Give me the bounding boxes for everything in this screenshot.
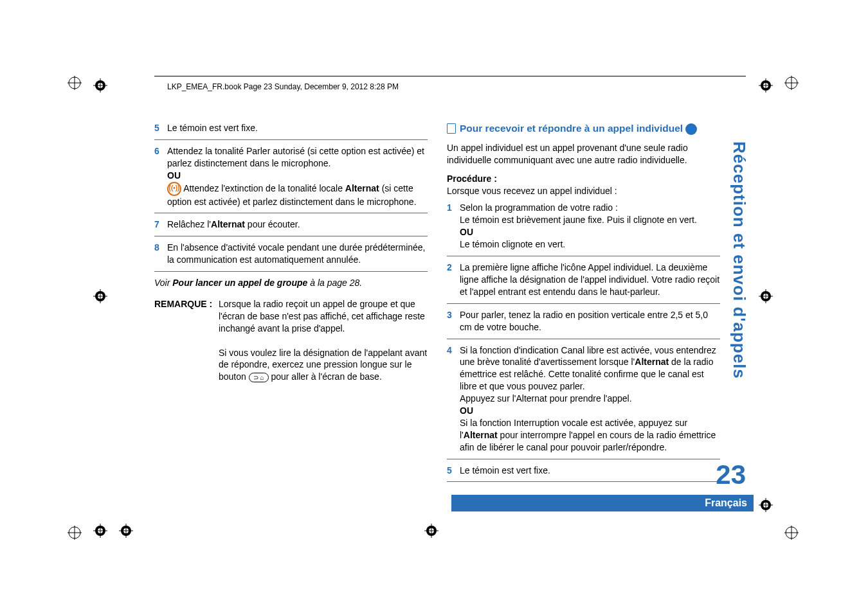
step-number: 5 bbox=[154, 122, 167, 134]
text: Attendez la tonalité Parler autorisé (si… bbox=[167, 146, 424, 168]
text: pour écouter. bbox=[245, 219, 300, 229]
step-number: 7 bbox=[154, 218, 167, 231]
antenna-icon: ((•)) bbox=[167, 182, 181, 196]
intro-text: Un appel individuel est un appel provena… bbox=[447, 142, 720, 166]
procedure-sub: Lorsque vous recevez un appel individuel… bbox=[447, 185, 720, 197]
remarque-block: REMARQUE : Lorsque la radio reçoit un ap… bbox=[154, 298, 428, 383]
registration-mark-icon bbox=[93, 289, 107, 303]
text: Selon la programmation de votre radio : bbox=[460, 202, 618, 213]
header-rule bbox=[154, 76, 746, 76]
step-4: 4 Si la fonction d'indication Canal libr… bbox=[447, 344, 720, 454]
step-5: 5 Le témoin est vert fixe. bbox=[154, 122, 428, 134]
step-3: 3 Pour parler, tenez la radio en positio… bbox=[447, 309, 720, 333]
registration-mark-icon bbox=[119, 524, 133, 538]
step-8: 8 En l'absence d'activité vocale pendant… bbox=[154, 242, 428, 266]
or-label: OU bbox=[167, 170, 181, 181]
step-number: 3 bbox=[447, 309, 460, 333]
language-bar: Français bbox=[451, 495, 754, 511]
remarque-label: REMARQUE : bbox=[154, 298, 219, 310]
text: Relâchez l' bbox=[167, 219, 211, 229]
divider bbox=[447, 339, 720, 339]
registration-mark-icon bbox=[759, 78, 773, 93]
text: Lorsque la radio reçoit un appel de grou… bbox=[219, 298, 428, 335]
step-text: Attendez la tonalité Parler autorisé (si… bbox=[167, 145, 428, 208]
step-number: 2 bbox=[447, 262, 460, 298]
step-number: 1 bbox=[447, 202, 460, 251]
step-number: 5 bbox=[447, 465, 460, 477]
bold-text: Alternat bbox=[211, 219, 245, 229]
divider bbox=[447, 481, 720, 482]
text: pour aller à l'écran de base. bbox=[269, 371, 382, 382]
divider bbox=[154, 271, 428, 272]
content-area: 5 Le témoin est vert fixe. 6 Attendez la… bbox=[154, 122, 720, 487]
text: Le témoin clignote en vert. bbox=[460, 239, 565, 249]
page-header: LKP_EMEA_FR.book Page 23 Sunday, Decembe… bbox=[167, 82, 399, 91]
divider bbox=[447, 303, 720, 304]
registration-mark-icon bbox=[93, 78, 107, 93]
or-label: OU bbox=[460, 227, 473, 237]
step-text: La première ligne affiche l'icône Appel … bbox=[460, 262, 720, 298]
remarque-body: Lorsque la radio reçoit un appel de grou… bbox=[219, 298, 428, 383]
text: Appuyez sur l'Alternat pour prendre l'ap… bbox=[460, 393, 632, 404]
step-text: Le témoin est vert fixe. bbox=[460, 465, 720, 477]
right-column: Pour recevoir et répondre à un appel ind… bbox=[447, 122, 720, 487]
procedure-label: Procédure : bbox=[447, 173, 720, 185]
crop-mark-icon bbox=[68, 526, 82, 540]
registration-mark-icon bbox=[424, 524, 439, 538]
badge-icon: 👤 bbox=[685, 123, 697, 135]
step-2: 2 La première ligne affiche l'icône Appe… bbox=[447, 262, 720, 298]
crop-mark-icon bbox=[784, 76, 799, 90]
crop-mark-icon bbox=[784, 526, 799, 540]
step-number: 8 bbox=[154, 242, 167, 266]
step-1: 1 Selon la programmation de votre radio … bbox=[447, 202, 720, 251]
divider bbox=[447, 459, 720, 459]
document-icon bbox=[447, 123, 456, 134]
divider bbox=[447, 256, 720, 256]
divider bbox=[154, 236, 428, 236]
heading-text: Pour recevoir et répondre à un appel ind… bbox=[460, 122, 697, 136]
bold-text: Alternat bbox=[464, 430, 498, 440]
text: Pour recevoir et répondre à un appel ind… bbox=[460, 123, 683, 134]
text: Le témoin est brièvement jaune fixe. Pui… bbox=[460, 215, 697, 225]
bold-text: Alternat bbox=[635, 357, 669, 367]
step-text: En l'absence d'activité vocale pendant u… bbox=[167, 242, 428, 266]
step-text: Le témoin est vert fixe. bbox=[167, 122, 428, 134]
divider bbox=[154, 139, 428, 140]
registration-mark-icon bbox=[759, 289, 773, 303]
step-7: 7 Relâchez l'Alternat pour écouter. bbox=[154, 218, 428, 231]
step-text: Selon la programmation de votre radio : … bbox=[460, 202, 720, 251]
registration-mark-icon bbox=[93, 524, 107, 538]
bold-text: Pour lancer un appel de groupe bbox=[172, 278, 307, 288]
step-text: Si la fonction d'indication Canal libre … bbox=[460, 344, 720, 454]
crop-mark-icon bbox=[68, 76, 82, 90]
or-label: OU bbox=[460, 405, 473, 416]
bold-text: Alternat bbox=[345, 182, 379, 193]
page-number: 23 bbox=[716, 459, 746, 490]
section-heading: Pour recevoir et répondre à un appel ind… bbox=[447, 122, 720, 136]
step-number: 6 bbox=[154, 145, 167, 208]
text: Voir bbox=[154, 278, 172, 288]
text: à la page 28. bbox=[307, 278, 362, 288]
step-text: Pour parler, tenez la radio en position … bbox=[460, 309, 720, 333]
step-5b: 5 Le témoin est vert fixe. bbox=[447, 465, 720, 477]
step-number: 4 bbox=[447, 344, 460, 454]
reference-line: Voir Pour lancer un appel de groupe à la… bbox=[154, 277, 428, 289]
left-column: 5 Le témoin est vert fixe. 6 Attendez la… bbox=[154, 122, 428, 487]
home-button-icon: ⊃ ⌂ bbox=[249, 373, 269, 382]
text: pour interrompre l'appel en cours de la … bbox=[460, 430, 716, 452]
text: Si vous voulez lire la désignation de l'… bbox=[219, 347, 428, 384]
registration-mark-icon bbox=[759, 498, 773, 512]
divider bbox=[154, 213, 428, 213]
side-title: Réception et envoi d'appels bbox=[729, 141, 749, 379]
text: Attendez l'extinction de la tonalité loc… bbox=[183, 182, 345, 193]
step-text: Relâchez l'Alternat pour écouter. bbox=[167, 218, 428, 231]
step-6: 6 Attendez la tonalité Parler autorisé (… bbox=[154, 145, 428, 208]
